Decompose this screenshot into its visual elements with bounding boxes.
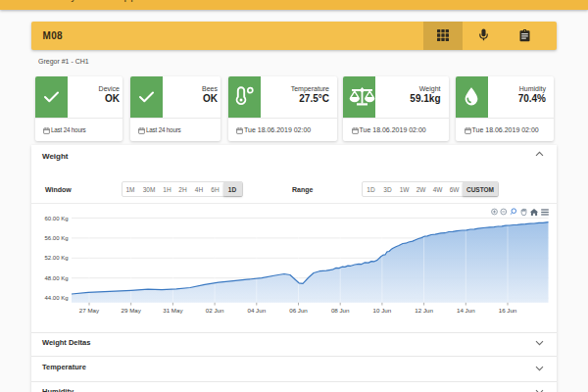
svg-text:04 Jun: 04 Jun bbox=[248, 307, 267, 314]
svg-text:08 Jun: 08 Jun bbox=[331, 307, 350, 314]
svg-text:56.00 Kg: 56.00 Kg bbox=[44, 235, 68, 241]
svg-text:60.00 Kg: 60.00 Kg bbox=[44, 216, 68, 221]
svg-text:06 Jun: 06 Jun bbox=[289, 307, 308, 314]
svg-text:16 Jun: 16 Jun bbox=[499, 307, 517, 314]
svg-text:29 May: 29 May bbox=[122, 307, 142, 314]
svg-text:44.00 Kg: 44.00 Kg bbox=[44, 295, 68, 301]
svg-text:31 May: 31 May bbox=[163, 307, 183, 314]
svg-text:10 Jun: 10 Jun bbox=[373, 307, 392, 314]
svg-text:52.00 Kg: 52.00 Kg bbox=[44, 255, 68, 261]
svg-text:48.00 Kg: 48.00 Kg bbox=[44, 275, 68, 281]
svg-text:27 May: 27 May bbox=[79, 307, 100, 314]
svg-text:02 Jun: 02 Jun bbox=[206, 307, 224, 314]
svg-text:12 Jun: 12 Jun bbox=[415, 307, 433, 314]
svg-text:14 Jun: 14 Jun bbox=[457, 307, 475, 314]
